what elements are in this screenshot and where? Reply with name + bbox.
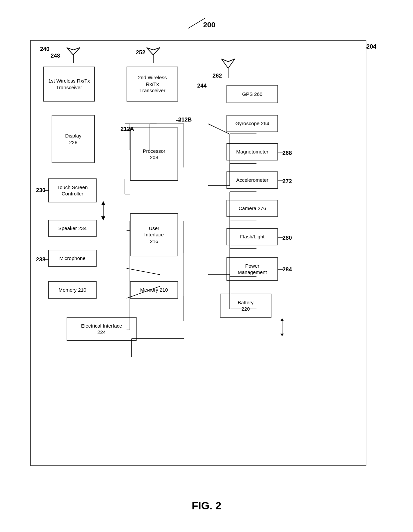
svg-line-31 [208,124,229,134]
svg-line-60 [127,286,160,298]
fig-label: FIG. 2 [192,500,221,512]
svg-line-59 [127,268,160,275]
svg-line-0 [188,18,205,28]
svg-marker-52 [280,318,284,321]
connections [30,40,366,466]
arrow-200 [185,17,208,30]
svg-marker-53 [280,334,284,336]
